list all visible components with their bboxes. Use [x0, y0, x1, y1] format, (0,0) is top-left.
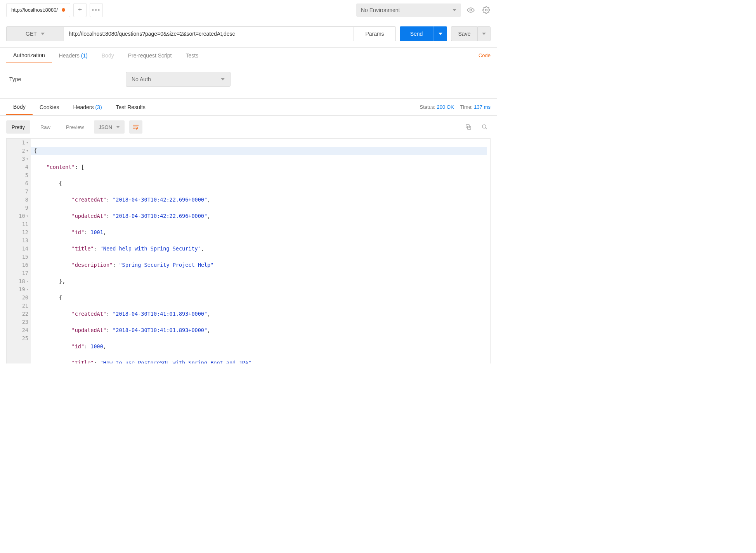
- line-number: 14: [22, 245, 28, 253]
- tab-label: Authorization: [13, 52, 45, 58]
- tab-body[interactable]: Body: [95, 48, 121, 63]
- line-number: 7: [25, 188, 28, 196]
- auth-type-label: Type: [9, 76, 110, 82]
- line-number: 17: [22, 269, 28, 277]
- code-line: },: [34, 277, 487, 285]
- environment-select[interactable]: No Environment: [356, 3, 461, 17]
- response-format-select[interactable]: JSON: [94, 120, 125, 134]
- response-toolbar: Pretty Raw Preview JSON: [0, 116, 497, 138]
- tab-label: Headers: [73, 104, 94, 110]
- line-number: 16: [22, 261, 28, 269]
- code-line: {: [31, 147, 487, 155]
- line-number: 21: [22, 302, 28, 310]
- params-label: Params: [365, 31, 384, 37]
- tab-prerequest-script[interactable]: Pre-request Script: [121, 48, 179, 63]
- chevron-down-icon: [41, 33, 45, 35]
- line-gutter: 1▾ 2▾ 3▾ 4 5 6 7 8 9 10▾ 11 12 13 14 15 …: [7, 139, 31, 363]
- wrap-icon: [132, 123, 139, 130]
- line-number: 20: [22, 294, 28, 302]
- params-button[interactable]: Params: [354, 26, 396, 41]
- save-button[interactable]: Save: [451, 26, 477, 41]
- new-tab-button[interactable]: +: [73, 3, 87, 17]
- tab-tests[interactable]: Tests: [179, 48, 206, 63]
- time-label: Time:: [460, 104, 473, 110]
- auth-type-select[interactable]: No Auth: [126, 72, 231, 87]
- method-label: GET: [26, 31, 37, 37]
- tab-label: Body: [13, 104, 26, 110]
- line-number: 24: [22, 326, 28, 334]
- settings-button[interactable]: [480, 4, 492, 16]
- send-button[interactable]: Send: [400, 26, 433, 41]
- response-tab-test-results[interactable]: Test Results: [109, 99, 153, 115]
- auth-panel: Type No Auth: [0, 63, 497, 99]
- line-number: 5: [25, 171, 28, 179]
- line-number: 3: [22, 155, 25, 163]
- code-line: {: [34, 179, 487, 188]
- line-number: 8: [25, 196, 28, 204]
- code-line: "createdAt": "2018-04-30T10:41:01.893+00…: [34, 310, 487, 318]
- line-number: 23: [22, 318, 28, 326]
- code-line: "content": [: [34, 163, 487, 171]
- tab-authorization[interactable]: Authorization: [6, 48, 52, 63]
- fold-icon[interactable]: ▾: [26, 277, 28, 285]
- line-number: 11: [22, 220, 28, 228]
- chevron-down-icon: [482, 33, 486, 35]
- plus-icon: +: [78, 6, 82, 14]
- chevron-down-icon: [221, 78, 225, 80]
- code-line: "updatedAt": "2018-04-30T10:41:01.893+00…: [34, 326, 487, 334]
- fold-icon[interactable]: ▾: [26, 212, 28, 220]
- view-pretty-button[interactable]: Pretty: [6, 120, 30, 134]
- chevron-down-icon: [453, 9, 456, 11]
- response-tab-body[interactable]: Body: [6, 99, 33, 115]
- search-icon: [481, 123, 488, 130]
- tab-headers[interactable]: Headers (1): [52, 48, 95, 63]
- code-content[interactable]: { "content": [ { "createdAt": "2018-04-3…: [31, 139, 490, 363]
- fold-icon[interactable]: ▾: [26, 285, 28, 294]
- tab-label: Cookies: [40, 104, 59, 110]
- request-tab[interactable]: http://localhost:8080/: [6, 3, 70, 17]
- auth-value: No Auth: [132, 76, 151, 82]
- topbar: http://localhost:8080/ + ••• No Environm…: [0, 0, 497, 20]
- tab-count: (3): [95, 104, 102, 110]
- line-number: 6: [25, 179, 28, 188]
- line-number: 19: [19, 285, 25, 294]
- topbar-right: No Environment: [356, 3, 492, 17]
- environment-preview-button[interactable]: [465, 4, 477, 16]
- wrap-text-button[interactable]: [129, 120, 142, 134]
- chevron-down-icon: [439, 33, 442, 35]
- tab-label: Tests: [186, 52, 199, 59]
- tab-overflow-button[interactable]: •••: [90, 3, 103, 17]
- line-number: 9: [25, 204, 28, 212]
- view-label: Raw: [40, 124, 50, 130]
- code-line: "title": "How to use PostgreSQL with Spr…: [34, 359, 487, 363]
- chevron-down-icon: [116, 126, 120, 128]
- line-number: 1: [22, 139, 25, 147]
- code-line: {: [34, 294, 487, 302]
- search-response-button[interactable]: [479, 121, 491, 133]
- copy-icon: [465, 123, 472, 130]
- response-toolbar-right: [463, 121, 491, 133]
- save-dropdown-button[interactable]: [477, 26, 491, 41]
- svg-point-1: [486, 9, 487, 11]
- fold-icon[interactable]: ▾: [26, 147, 28, 155]
- tab-label: Headers: [59, 52, 80, 59]
- url-input[interactable]: [64, 26, 354, 41]
- method-select[interactable]: GET: [6, 26, 64, 41]
- status-area: Status: 200 OK Time: 137 ms: [420, 104, 491, 110]
- fold-icon[interactable]: ▾: [26, 155, 28, 163]
- response-tab-headers[interactable]: Headers (3): [66, 99, 109, 115]
- send-dropdown-button[interactable]: [433, 26, 447, 41]
- ellipsis-icon: •••: [92, 7, 101, 14]
- view-preview-button[interactable]: Preview: [61, 120, 89, 134]
- line-number: 12: [22, 228, 28, 237]
- code-line: "createdAt": "2018-04-30T10:42:22.696+00…: [34, 196, 487, 204]
- line-number: 4: [25, 163, 28, 171]
- code-line: "description": "Spring Security Project …: [34, 261, 487, 269]
- view-raw-button[interactable]: Raw: [35, 120, 56, 134]
- response-tab-cookies[interactable]: Cookies: [33, 99, 66, 115]
- code-line: "title": "Need help with Spring Security…: [34, 245, 487, 253]
- copy-response-button[interactable]: [463, 121, 474, 133]
- code-link[interactable]: Code: [479, 52, 491, 58]
- fold-icon[interactable]: ▾: [26, 139, 28, 147]
- unsaved-dot-icon: [62, 8, 65, 12]
